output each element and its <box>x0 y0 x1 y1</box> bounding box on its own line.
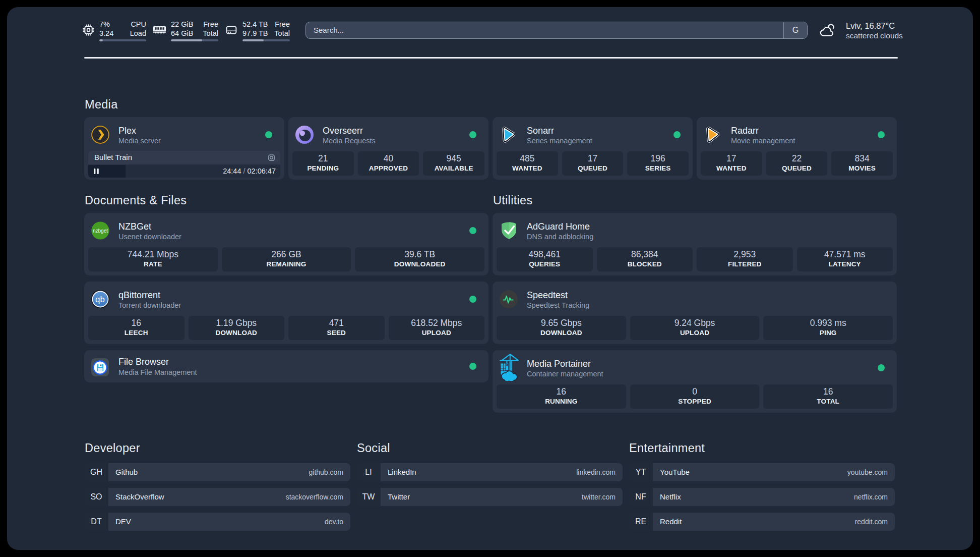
svg-text:qb: qb <box>95 295 105 304</box>
svg-text:nzbget: nzbget <box>93 228 108 234</box>
